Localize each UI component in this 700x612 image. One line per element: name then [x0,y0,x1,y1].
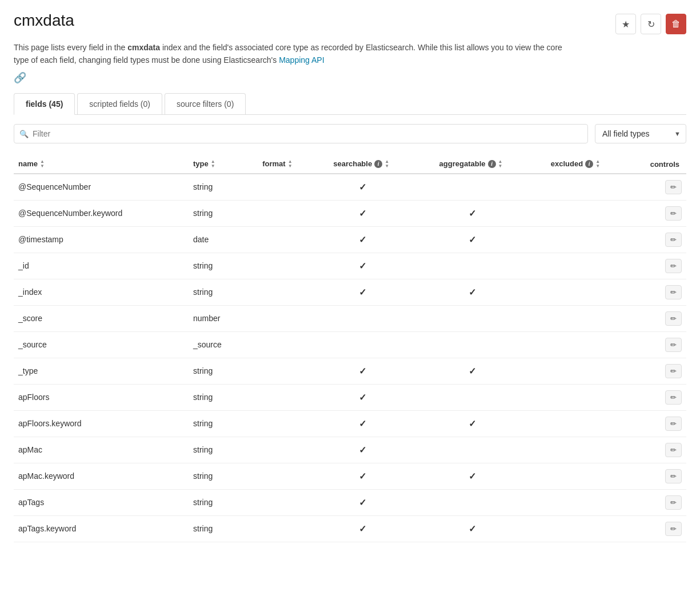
cell-controls: ✏ [623,331,686,358]
check-mark: ✓ [359,366,366,376]
edit-button[interactable]: ✏ [665,311,682,326]
check-mark: ✓ [469,419,476,429]
cell-name: _index [14,279,189,305]
pencil-icon: ✏ [670,209,677,218]
edit-button[interactable]: ✏ [665,180,682,194]
cell-aggregatable [414,253,530,279]
cell-excluded [530,515,623,542]
search-icon: 🔍 [19,129,29,138]
check-mark: ✓ [469,287,476,297]
check-mark: ✓ [359,261,366,271]
filter-row: 🔍 All field types string number date boo… [14,124,686,143]
fields-table: name ▲▼ type ▲▼ format ▲▼ searchable [14,155,686,542]
sort-arrows-type[interactable]: ▲▼ [211,159,215,169]
trash-icon: 🗑 [671,19,681,29]
col-header-aggregatable[interactable]: aggregatable i ▲▼ [414,155,530,174]
col-header-searchable[interactable]: searchable i ▲▼ [310,155,414,174]
page-header: cmxdata ★ ↻ 🗑 [14,11,686,34]
cell-excluded [530,253,623,279]
check-mark: ✓ [359,524,366,534]
delete-button[interactable]: 🗑 [666,14,686,34]
index-name-bold: cmxdata [127,43,160,52]
sort-arrows-aggregatable[interactable]: ▲▼ [498,159,503,169]
cell-name: _source [14,331,189,358]
page-title: cmxdata [14,11,74,30]
sort-arrows-format[interactable]: ▲▼ [288,159,293,169]
cell-type: number [189,305,247,331]
table-header-row: name ▲▼ type ▲▼ format ▲▼ searchable [14,155,686,174]
pencil-icon: ✏ [670,419,677,428]
cell-type: string [189,410,247,437]
cell-controls: ✏ [623,174,686,201]
edit-button[interactable]: ✏ [665,495,682,510]
cell-name: _score [14,305,189,331]
col-header-type[interactable]: type ▲▼ [189,155,247,174]
tab-fields[interactable]: fields (45) [14,93,75,115]
cell-excluded [530,437,623,463]
sort-arrows-name[interactable]: ▲▼ [40,159,45,169]
searchable-info-icon[interactable]: i [374,160,382,168]
mapping-api-link[interactable]: Mapping API [279,55,324,65]
cell-name: _type [14,358,189,384]
cell-aggregatable: ✓ [414,410,530,437]
cell-excluded [530,226,623,253]
col-header-excluded[interactable]: excluded i ▲▼ [530,155,623,174]
edit-button[interactable]: ✏ [665,259,682,273]
filter-input[interactable] [14,124,588,143]
cell-format [247,515,311,542]
cell-format [247,410,311,437]
pencil-icon: ✏ [670,183,677,191]
tab-scripted-fields[interactable]: scripted fields (0) [77,93,162,114]
excluded-info-icon[interactable]: i [585,160,593,168]
edit-button[interactable]: ✏ [665,522,682,536]
edit-button[interactable]: ✏ [665,469,682,483]
tab-source-filters[interactable]: source filters (0) [165,93,246,114]
cell-controls: ✏ [623,463,686,489]
cell-controls: ✏ [623,489,686,515]
cell-excluded [530,305,623,331]
col-header-format[interactable]: format ▲▼ [247,155,311,174]
sort-arrows-searchable[interactable]: ▲▼ [385,159,389,169]
table-row: apTags string ✓ ✏ [14,489,686,515]
edit-button[interactable]: ✏ [665,285,682,299]
cell-type: string [189,437,247,463]
external-link-icon[interactable]: 🔗 [14,71,26,84]
cell-controls: ✏ [623,279,686,305]
edit-button[interactable]: ✏ [665,338,682,352]
refresh-button[interactable]: ↻ [641,14,661,34]
cell-excluded [530,174,623,201]
cell-format [247,200,311,226]
cell-format [247,358,311,384]
edit-button[interactable]: ✏ [665,364,682,378]
cell-format [247,384,311,410]
cell-searchable: ✓ [310,384,414,410]
cell-format [247,226,311,253]
edit-button[interactable]: ✏ [665,233,682,247]
aggregatable-info-icon[interactable]: i [488,160,496,168]
cell-type: string [189,489,247,515]
sort-arrows-excluded[interactable]: ▲▼ [595,159,600,169]
tabs-bar: fields (45) scripted fields (0) source f… [14,93,686,115]
edit-button[interactable]: ✏ [665,390,682,405]
edit-button[interactable]: ✏ [665,443,682,457]
star-button[interactable]: ★ [615,14,636,34]
cell-aggregatable: ✓ [414,226,530,253]
cell-aggregatable: ✓ [414,515,530,542]
col-header-name[interactable]: name ▲▼ [14,155,189,174]
cell-aggregatable [414,384,530,410]
edit-button[interactable]: ✏ [665,417,682,431]
cell-controls: ✏ [623,515,686,542]
cell-excluded [530,279,623,305]
check-mark: ✓ [469,209,476,218]
check-mark: ✓ [359,471,366,481]
table-row: apTags.keyword string ✓ ✓ ✏ [14,515,686,542]
cell-name: @SequenceNumber [14,174,189,201]
check-mark: ✓ [469,524,476,534]
edit-button[interactable]: ✏ [665,206,682,221]
table-row: _score number ✏ [14,305,686,331]
cell-searchable: ✓ [310,410,414,437]
cell-type: string [189,358,247,384]
cell-aggregatable [414,305,530,331]
cell-type: string [189,174,247,201]
field-types-dropdown[interactable]: All field types string number date boole… [595,124,686,143]
